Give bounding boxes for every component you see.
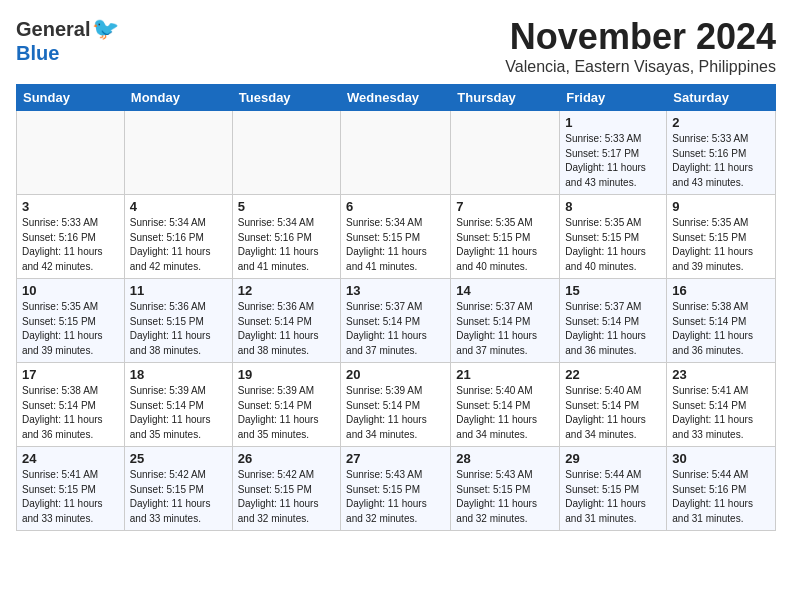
weekday-header-row: SundayMondayTuesdayWednesdayThursdayFrid…: [17, 85, 776, 111]
weekday-header-thursday: Thursday: [451, 85, 560, 111]
day-detail: Sunrise: 5:39 AMSunset: 5:14 PMDaylight:…: [238, 384, 335, 442]
day-number: 20: [346, 367, 445, 382]
day-detail: Sunrise: 5:43 AMSunset: 5:15 PMDaylight:…: [456, 468, 554, 526]
calendar-cell: 14Sunrise: 5:37 AMSunset: 5:14 PMDayligh…: [451, 279, 560, 363]
calendar-cell: 8Sunrise: 5:35 AMSunset: 5:15 PMDaylight…: [560, 195, 667, 279]
calendar-cell: [17, 111, 125, 195]
logo: General 🐦 Blue: [16, 16, 119, 65]
day-number: 28: [456, 451, 554, 466]
day-detail: Sunrise: 5:33 AMSunset: 5:16 PMDaylight:…: [22, 216, 119, 274]
day-detail: Sunrise: 5:39 AMSunset: 5:14 PMDaylight:…: [346, 384, 445, 442]
day-number: 6: [346, 199, 445, 214]
calendar-cell: 6Sunrise: 5:34 AMSunset: 5:15 PMDaylight…: [341, 195, 451, 279]
week-row-1: 1Sunrise: 5:33 AMSunset: 5:17 PMDaylight…: [17, 111, 776, 195]
weekday-header-friday: Friday: [560, 85, 667, 111]
day-detail: Sunrise: 5:40 AMSunset: 5:14 PMDaylight:…: [456, 384, 554, 442]
day-number: 26: [238, 451, 335, 466]
calendar-cell: 27Sunrise: 5:43 AMSunset: 5:15 PMDayligh…: [341, 447, 451, 531]
day-number: 12: [238, 283, 335, 298]
day-number: 22: [565, 367, 661, 382]
day-detail: Sunrise: 5:42 AMSunset: 5:15 PMDaylight:…: [238, 468, 335, 526]
day-number: 15: [565, 283, 661, 298]
calendar-cell: 16Sunrise: 5:38 AMSunset: 5:14 PMDayligh…: [667, 279, 776, 363]
calendar-cell: 23Sunrise: 5:41 AMSunset: 5:14 PMDayligh…: [667, 363, 776, 447]
day-number: 5: [238, 199, 335, 214]
day-detail: Sunrise: 5:35 AMSunset: 5:15 PMDaylight:…: [22, 300, 119, 358]
day-number: 30: [672, 451, 770, 466]
calendar-cell: 26Sunrise: 5:42 AMSunset: 5:15 PMDayligh…: [232, 447, 340, 531]
day-detail: Sunrise: 5:43 AMSunset: 5:15 PMDaylight:…: [346, 468, 445, 526]
calendar-cell: 18Sunrise: 5:39 AMSunset: 5:14 PMDayligh…: [124, 363, 232, 447]
day-number: 25: [130, 451, 227, 466]
day-detail: Sunrise: 5:35 AMSunset: 5:15 PMDaylight:…: [672, 216, 770, 274]
day-number: 16: [672, 283, 770, 298]
weekday-header-sunday: Sunday: [17, 85, 125, 111]
weekday-header-monday: Monday: [124, 85, 232, 111]
calendar-cell: 13Sunrise: 5:37 AMSunset: 5:14 PMDayligh…: [341, 279, 451, 363]
calendar-cell: 9Sunrise: 5:35 AMSunset: 5:15 PMDaylight…: [667, 195, 776, 279]
day-detail: Sunrise: 5:37 AMSunset: 5:14 PMDaylight:…: [456, 300, 554, 358]
day-number: 2: [672, 115, 770, 130]
day-number: 24: [22, 451, 119, 466]
calendar-cell: [451, 111, 560, 195]
calendar-cell: 7Sunrise: 5:35 AMSunset: 5:15 PMDaylight…: [451, 195, 560, 279]
logo-bird-icon: 🐦: [92, 16, 119, 42]
day-detail: Sunrise: 5:35 AMSunset: 5:15 PMDaylight:…: [565, 216, 661, 274]
calendar-cell: [124, 111, 232, 195]
day-detail: Sunrise: 5:33 AMSunset: 5:16 PMDaylight:…: [672, 132, 770, 190]
calendar-cell: 2Sunrise: 5:33 AMSunset: 5:16 PMDaylight…: [667, 111, 776, 195]
calendar-cell: 1Sunrise: 5:33 AMSunset: 5:17 PMDaylight…: [560, 111, 667, 195]
day-number: 11: [130, 283, 227, 298]
calendar-cell: 20Sunrise: 5:39 AMSunset: 5:14 PMDayligh…: [341, 363, 451, 447]
day-number: 21: [456, 367, 554, 382]
calendar-cell: [341, 111, 451, 195]
day-detail: Sunrise: 5:44 AMSunset: 5:16 PMDaylight:…: [672, 468, 770, 526]
day-number: 1: [565, 115, 661, 130]
day-detail: Sunrise: 5:38 AMSunset: 5:14 PMDaylight:…: [672, 300, 770, 358]
day-number: 29: [565, 451, 661, 466]
day-detail: Sunrise: 5:34 AMSunset: 5:16 PMDaylight:…: [130, 216, 227, 274]
calendar-cell: 4Sunrise: 5:34 AMSunset: 5:16 PMDaylight…: [124, 195, 232, 279]
week-row-3: 10Sunrise: 5:35 AMSunset: 5:15 PMDayligh…: [17, 279, 776, 363]
week-row-2: 3Sunrise: 5:33 AMSunset: 5:16 PMDaylight…: [17, 195, 776, 279]
day-detail: Sunrise: 5:37 AMSunset: 5:14 PMDaylight:…: [565, 300, 661, 358]
calendar-cell: [232, 111, 340, 195]
day-number: 18: [130, 367, 227, 382]
day-detail: Sunrise: 5:33 AMSunset: 5:17 PMDaylight:…: [565, 132, 661, 190]
day-detail: Sunrise: 5:41 AMSunset: 5:15 PMDaylight:…: [22, 468, 119, 526]
day-detail: Sunrise: 5:44 AMSunset: 5:15 PMDaylight:…: [565, 468, 661, 526]
day-number: 17: [22, 367, 119, 382]
day-number: 27: [346, 451, 445, 466]
day-detail: Sunrise: 5:40 AMSunset: 5:14 PMDaylight:…: [565, 384, 661, 442]
calendar-cell: 21Sunrise: 5:40 AMSunset: 5:14 PMDayligh…: [451, 363, 560, 447]
day-detail: Sunrise: 5:41 AMSunset: 5:14 PMDaylight:…: [672, 384, 770, 442]
day-number: 10: [22, 283, 119, 298]
day-number: 9: [672, 199, 770, 214]
calendar-cell: 5Sunrise: 5:34 AMSunset: 5:16 PMDaylight…: [232, 195, 340, 279]
calendar-cell: 3Sunrise: 5:33 AMSunset: 5:16 PMDaylight…: [17, 195, 125, 279]
day-number: 23: [672, 367, 770, 382]
calendar-cell: 15Sunrise: 5:37 AMSunset: 5:14 PMDayligh…: [560, 279, 667, 363]
day-detail: Sunrise: 5:34 AMSunset: 5:16 PMDaylight:…: [238, 216, 335, 274]
page-header: General 🐦 Blue November 2024 Valencia, E…: [16, 16, 776, 76]
day-detail: Sunrise: 5:37 AMSunset: 5:14 PMDaylight:…: [346, 300, 445, 358]
day-detail: Sunrise: 5:35 AMSunset: 5:15 PMDaylight:…: [456, 216, 554, 274]
calendar-cell: 28Sunrise: 5:43 AMSunset: 5:15 PMDayligh…: [451, 447, 560, 531]
calendar-cell: 24Sunrise: 5:41 AMSunset: 5:15 PMDayligh…: [17, 447, 125, 531]
calendar-title: November 2024: [505, 16, 776, 58]
title-block: November 2024 Valencia, Eastern Visayas,…: [505, 16, 776, 76]
calendar-table: SundayMondayTuesdayWednesdayThursdayFrid…: [16, 84, 776, 531]
day-detail: Sunrise: 5:34 AMSunset: 5:15 PMDaylight:…: [346, 216, 445, 274]
day-number: 8: [565, 199, 661, 214]
calendar-subtitle: Valencia, Eastern Visayas, Philippines: [505, 58, 776, 76]
day-number: 14: [456, 283, 554, 298]
day-number: 4: [130, 199, 227, 214]
calendar-cell: 10Sunrise: 5:35 AMSunset: 5:15 PMDayligh…: [17, 279, 125, 363]
day-number: 13: [346, 283, 445, 298]
day-number: 3: [22, 199, 119, 214]
day-detail: Sunrise: 5:39 AMSunset: 5:14 PMDaylight:…: [130, 384, 227, 442]
day-detail: Sunrise: 5:36 AMSunset: 5:14 PMDaylight:…: [238, 300, 335, 358]
calendar-cell: 30Sunrise: 5:44 AMSunset: 5:16 PMDayligh…: [667, 447, 776, 531]
day-detail: Sunrise: 5:38 AMSunset: 5:14 PMDaylight:…: [22, 384, 119, 442]
day-number: 7: [456, 199, 554, 214]
